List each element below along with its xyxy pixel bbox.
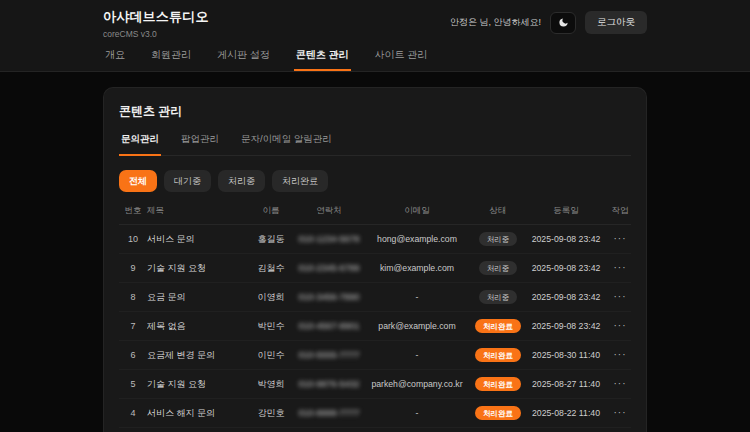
table-row: 9 기술 지원 요청 김철수 010-2345-6789 kim@example… [119, 254, 631, 283]
inquiry-name: 이민수 [247, 349, 295, 362]
inquiry-date: 2025-09-08 23:42 [525, 321, 607, 331]
nav-tab[interactable]: 개요 [103, 43, 127, 71]
status-badge: 처리중 [479, 232, 518, 246]
column-header-actions: 작업 [607, 205, 633, 217]
filter-pill[interactable]: 처리완료 [272, 170, 328, 192]
inquiry-phone: 010-1234-5678 [295, 234, 363, 244]
app-version: coreCMS v3.0 [103, 29, 209, 39]
status-filters: 전체대기중처리중처리완료 [119, 170, 631, 192]
inquiry-title: 요금 문의 [147, 291, 247, 304]
table-body: 10 서비스 문의 홍길동 010-1234-5678 hong@example… [119, 225, 631, 432]
inquiry-email: - [363, 350, 471, 360]
inquiry-date: 2025-08-22 11:40 [525, 408, 607, 418]
main-nav: 개요회원관리게시판 설정콘텐츠 관리사이트 관리 [103, 43, 647, 71]
inquiry-date: 2025-08-27 11:40 [525, 379, 607, 389]
table-row: 3 기능 개선 제안 윤서연 010-2222-3333 yoon@design… [119, 428, 631, 432]
inquiry-phone: 010-9876-5432 [295, 379, 363, 389]
inquiry-title: 기술 지원 요청 [147, 378, 247, 391]
inquiry-email: parkeh@company.co.kr [363, 379, 471, 389]
inquiry-title: 기술 지원 요청 [147, 262, 247, 275]
table-header: 번호 제목 이름 연락처 이메일 상태 등록일 작업 [119, 205, 631, 225]
inquiry-phone: 010-8888-7777 [295, 408, 363, 418]
more-actions-button[interactable]: ··· [614, 321, 627, 331]
inquiry-name: 이영희 [247, 291, 295, 304]
moon-icon [558, 17, 569, 28]
status-badge: 처리중 [479, 290, 518, 304]
more-actions-button[interactable]: ··· [614, 379, 627, 389]
inquiry-number: 6 [119, 350, 147, 360]
inquiry-email: hong@example.com [363, 234, 471, 244]
content-tabs: 문의관리팝업관리문자/이메일 알림관리 [119, 133, 631, 156]
inquiry-number: 8 [119, 292, 147, 302]
inquiry-name: 김철수 [247, 262, 295, 275]
inquiry-email: park@example.com [363, 321, 471, 331]
brand: 아샤데브스튜디오 coreCMS v3.0 [103, 8, 209, 39]
inquiry-title: 서비스 문의 [147, 233, 247, 246]
column-header-phone: 연락처 [295, 205, 363, 217]
inquiry-number: 7 [119, 321, 147, 331]
more-actions-button[interactable]: ··· [614, 234, 627, 244]
inquiry-date: 2025-08-30 11:40 [525, 350, 607, 360]
table-row: 4 서비스 해지 문의 강민호 010-8888-7777 - 처리완료 202… [119, 399, 631, 428]
inquiry-name: 강민호 [247, 407, 295, 420]
inquiry-email: - [363, 292, 471, 302]
column-header-name: 이름 [247, 205, 295, 217]
more-actions-button[interactable]: ··· [614, 408, 627, 418]
more-actions-button[interactable]: ··· [614, 263, 627, 273]
filter-pill[interactable]: 대기중 [164, 170, 211, 192]
column-header-date: 등록일 [525, 205, 607, 217]
app-title: 아샤데브스튜디오 [103, 8, 209, 26]
content-tab[interactable]: 문의관리 [119, 133, 161, 156]
inquiry-table: 번호 제목 이름 연락처 이메일 상태 등록일 작업 10 서비스 문의 홍길동… [119, 205, 631, 432]
nav-tab[interactable]: 게시판 설정 [215, 43, 272, 71]
inquiry-phone: 010-3456-7890 [295, 292, 363, 302]
inquiry-title: 요금제 변경 문의 [147, 349, 247, 362]
inquiry-name: 홍길동 [247, 233, 295, 246]
table-row: 8 요금 문의 이영희 010-3456-7890 - 처리중 2025-09-… [119, 283, 631, 312]
filter-pill[interactable]: 처리중 [218, 170, 265, 192]
inquiry-title: 서비스 해지 문의 [147, 407, 247, 420]
column-header-title: 제목 [147, 205, 247, 217]
status-badge: 처리완료 [475, 377, 521, 391]
inquiry-phone: 010-2345-6789 [295, 263, 363, 273]
user-greeting: 안정은 님, 안녕하세요! [450, 16, 541, 29]
inquiry-date: 2025-09-08 23:42 [525, 292, 607, 302]
column-header-status: 상태 [471, 205, 525, 217]
nav-tab[interactable]: 회원관리 [149, 43, 193, 71]
table-row: 6 요금제 변경 문의 이민수 010-5555-7777 - 처리완료 202… [119, 341, 631, 370]
app-header: 아샤데브스튜디오 coreCMS v3.0 안정은 님, 안녕하세요! 로그아웃… [0, 0, 750, 72]
inquiry-email: - [363, 408, 471, 418]
inquiry-number: 10 [119, 234, 147, 244]
inquiry-date: 2025-09-08 23:42 [525, 263, 607, 273]
nav-tab[interactable]: 콘텐츠 관리 [294, 43, 351, 71]
more-actions-button[interactable]: ··· [614, 292, 627, 302]
inquiry-number: 5 [119, 379, 147, 389]
nav-tab[interactable]: 사이트 관리 [373, 43, 430, 71]
inquiry-number: 4 [119, 408, 147, 418]
content-tab[interactable]: 문자/이메일 알림관리 [239, 133, 334, 156]
table-row: 10 서비스 문의 홍길동 010-1234-5678 hong@example… [119, 225, 631, 254]
inquiry-email: kim@example.com [363, 263, 471, 273]
status-badge: 처리완료 [475, 348, 521, 362]
inquiry-phone: 010-5555-7777 [295, 350, 363, 360]
page-title: 콘텐츠 관리 [119, 103, 631, 120]
inquiry-phone: 010-4567-8901 [295, 321, 363, 331]
inquiry-name: 박민수 [247, 320, 295, 333]
status-badge: 처리중 [479, 261, 518, 275]
status-badge: 처리완료 [475, 406, 521, 420]
inquiry-number: 9 [119, 263, 147, 273]
table-row: 5 기술 지원 요청 박영희 010-9876-5432 parkeh@comp… [119, 370, 631, 399]
table-row: 7 제목 없음 박민수 010-4567-8901 park@example.c… [119, 312, 631, 341]
logout-button[interactable]: 로그아웃 [585, 11, 647, 34]
inquiry-date: 2025-09-08 23:42 [525, 234, 607, 244]
inquiry-title: 제목 없음 [147, 320, 247, 333]
status-badge: 처리완료 [475, 319, 521, 333]
filter-pill[interactable]: 전체 [119, 170, 157, 192]
theme-toggle-button[interactable] [550, 12, 576, 34]
content-card: 콘텐츠 관리 문의관리팝업관리문자/이메일 알림관리 전체대기중처리중처리완료 … [103, 87, 647, 432]
more-actions-button[interactable]: ··· [614, 350, 627, 360]
content-tab[interactable]: 팝업관리 [179, 133, 221, 156]
column-header-no: 번호 [119, 205, 147, 217]
inquiry-name: 박영희 [247, 378, 295, 391]
column-header-email: 이메일 [363, 205, 471, 217]
